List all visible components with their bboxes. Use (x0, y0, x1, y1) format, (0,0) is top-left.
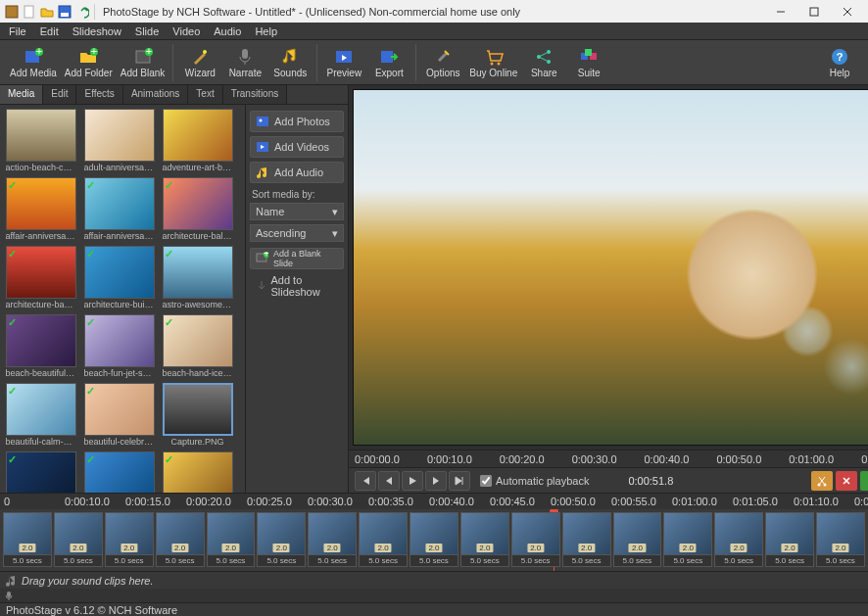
timeline-clip[interactable]: 2.05.0 secs (714, 512, 763, 567)
prev-button[interactable] (378, 471, 400, 491)
media-thumbnail[interactable]: ✓beautiful-calm-clo... (4, 383, 77, 447)
add-audio-button[interactable]: Add Audio (250, 162, 344, 183)
tab-edit[interactable]: Edit (43, 85, 76, 104)
new-icon[interactable] (22, 4, 37, 20)
clip-duration[interactable]: 5.0 secs (460, 555, 509, 567)
export-button[interactable]: Export (366, 42, 411, 83)
media-thumbnail[interactable]: ✓architecture-buildi... (82, 246, 156, 309)
auto-playback-checkbox[interactable]: Automatic playback (480, 475, 589, 487)
timeline-clips[interactable]: 2.05.0 secs2.05.0 secs2.05.0 secs2.05.0 … (0, 509, 868, 571)
transition-tag[interactable]: 2.0 (527, 544, 544, 552)
timeline-clip[interactable]: 2.05.0 secs (663, 512, 712, 567)
clip-duration[interactable]: 5.0 secs (663, 555, 712, 567)
timeline-clip[interactable]: 2.05.0 secs (460, 512, 509, 567)
menu-video[interactable]: Video (166, 24, 207, 39)
menu-slide[interactable]: Slide (128, 24, 166, 39)
clip-duration[interactable]: 5.0 secs (816, 555, 865, 567)
media-thumbnail[interactable]: ✓beach-fun-jet-ski-... (82, 314, 156, 378)
transition-tag[interactable]: 2.0 (375, 544, 392, 552)
play-button[interactable] (402, 471, 423, 491)
close-button[interactable] (831, 1, 864, 23)
timeline-clip[interactable]: 2.05.0 secs (257, 512, 306, 567)
media-thumbnail[interactable]: action-beach-care... (4, 109, 77, 172)
transition-tag[interactable]: 2.0 (222, 544, 239, 552)
open-icon[interactable] (39, 4, 55, 20)
menu-edit[interactable]: Edit (33, 24, 66, 39)
transition-tag[interactable]: 2.0 (19, 544, 35, 552)
timeline-clip[interactable]: 2.05.0 secs (562, 512, 611, 567)
timeline-clip[interactable]: 2.05.0 secs (511, 512, 560, 567)
transition-tag[interactable]: 2.0 (70, 544, 86, 552)
clip-duration[interactable]: 5.0 secs (613, 555, 662, 567)
transition-tag[interactable]: 2.0 (121, 544, 137, 552)
next-button[interactable] (425, 471, 447, 491)
tab-text[interactable]: Text (188, 85, 222, 104)
timeline-clip[interactable]: 2.05.0 secs (359, 512, 408, 567)
media-thumbnail[interactable]: ✓beach-hand-ice-cr... (161, 314, 234, 378)
clip-duration[interactable]: 5.0 secs (308, 555, 357, 567)
skip-start-button[interactable] (355, 471, 376, 491)
transition-tag[interactable]: 2.0 (425, 544, 442, 552)
timeline-clip[interactable]: 2.05.0 secs (207, 512, 256, 567)
add-media-button[interactable]: +Add Media (6, 42, 61, 83)
clip-duration[interactable]: 5.0 secs (207, 555, 256, 567)
options-button[interactable]: Options (420, 42, 465, 83)
tab-effects[interactable]: Effects (76, 85, 122, 104)
transition-tag[interactable]: 2.0 (629, 544, 646, 552)
media-thumbnail[interactable]: ✓beach-beautiful-bi... (4, 314, 77, 378)
transition-tag[interactable]: 2.0 (273, 544, 290, 552)
sort-order-dropdown[interactable]: Ascending▾ (250, 224, 344, 242)
menu-file[interactable]: File (2, 24, 33, 39)
sort-by-dropdown[interactable]: Name▾ (250, 203, 344, 220)
split-button[interactable] (811, 471, 833, 491)
media-thumbnail[interactable]: ✓holiday-hotel-las-v... (82, 451, 156, 493)
transition-tag[interactable]: 2.0 (680, 544, 697, 552)
media-thumbnail[interactable]: adventure-art-ball... (161, 109, 234, 172)
timeline-clip[interactable]: 2.05.0 secs (765, 512, 814, 567)
media-thumbnail[interactable]: ✓astro-awesome-bl... (161, 246, 234, 309)
clip-duration[interactable]: 5.0 secs (54, 555, 103, 567)
save-icon[interactable] (57, 4, 72, 20)
timeline-clip[interactable]: 2.05.0 secs (3, 512, 52, 567)
clip-duration[interactable]: 5.0 secs (156, 555, 205, 567)
timeline-clip[interactable]: 2.05.0 secs (816, 512, 865, 567)
clip-duration[interactable]: 5.0 secs (562, 555, 611, 567)
menu-help[interactable]: Help (248, 24, 284, 39)
suite-button[interactable]: Suite (566, 42, 611, 83)
clip-duration[interactable]: 5.0 secs (105, 555, 154, 567)
clip-duration[interactable]: 5.0 secs (765, 555, 814, 567)
skip-end-button[interactable] (449, 471, 470, 491)
tab-media[interactable]: Media (0, 85, 43, 104)
clip-duration[interactable]: 5.0 secs (410, 555, 458, 567)
transition-tag[interactable]: 2.0 (832, 544, 848, 552)
clip-duration[interactable]: 5.0 secs (359, 555, 408, 567)
add-folder-button[interactable]: +Add Folder (61, 42, 117, 83)
add-photos-button[interactable]: Add Photos (250, 111, 344, 132)
media-thumbnail[interactable]: ✓architecture-barg... (4, 246, 77, 309)
timeline-clip[interactable]: 2.05.0 secs (410, 512, 458, 567)
tab-animations[interactable]: Animations (123, 85, 188, 104)
timeline-clip[interactable]: 2.05.0 secs (308, 512, 357, 567)
narrate-button[interactable]: Narrate (222, 42, 267, 83)
media-thumbnail[interactable]: ✓beautiful-celebrati... (82, 383, 156, 447)
clip-duration[interactable]: 5.0 secs (257, 555, 306, 567)
timeline-clip[interactable]: 2.05.0 secs (156, 512, 205, 567)
transition-tag[interactable]: 2.0 (476, 544, 493, 552)
media-thumbnail[interactable]: Capture.PNG (161, 383, 234, 447)
delete-button[interactable] (836, 471, 857, 491)
tab-transitions[interactable]: Transitions (223, 85, 288, 104)
help-button[interactable]: ?Help (817, 42, 862, 83)
add-blank-slide-button[interactable]: +Add a Blank Slide (250, 248, 344, 269)
timeline-ruler[interactable]: 00:00:10.00:00:15.00:00:20.00:00:25.00:0… (0, 494, 868, 509)
transition-tag[interactable]: 2.0 (578, 544, 595, 552)
buy-online-button[interactable]: Buy Online (465, 42, 521, 83)
transition-tag[interactable]: 2.0 (324, 544, 341, 552)
timeline-clip[interactable]: 2.05.0 secs (613, 512, 662, 567)
timeline-clip[interactable]: 2.05.0 secs (105, 512, 154, 567)
share-button[interactable]: Share (521, 42, 566, 83)
add-videos-button[interactable]: Add Videos (250, 136, 344, 158)
clip-duration[interactable]: 5.0 secs (3, 555, 52, 567)
transition-tag[interactable]: 2.0 (171, 544, 188, 552)
wizard-button[interactable]: Wizard (177, 42, 222, 83)
menu-slideshow[interactable]: Slideshow (66, 24, 128, 39)
